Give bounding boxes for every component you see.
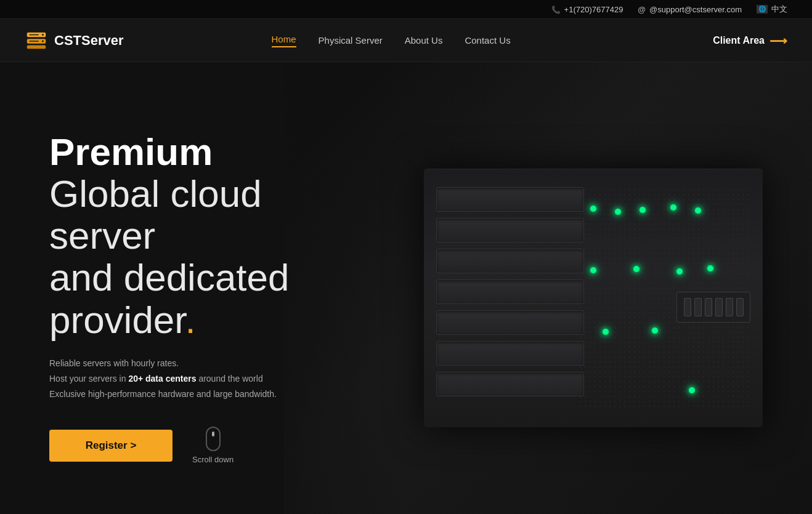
hero-section: Premium Global cloud server and dedicate… [0,62,812,514]
drive-bay-5 [436,310,584,335]
led-6 [590,267,596,273]
nav-item-home[interactable]: Home [272,34,296,47]
led-8 [676,268,683,275]
drive-bay-2 [436,218,584,243]
rack-visual [424,169,763,427]
email-contact[interactable]: @support@cstserver.com [638,5,742,14]
led-12 [689,387,695,393]
hero-content: Premium Global cloud server and dedicate… [0,94,345,502]
hero-title-sub: Global cloud server and dedicated provid… [49,172,290,341]
scroll-down[interactable]: Scroll down [192,427,233,464]
led-10 [603,329,609,335]
led-2 [615,209,621,215]
main-navigation: CSTServer Home Physical Server About Us … [0,19,812,62]
rack-body [424,169,763,427]
logo-icon [25,29,48,52]
led-1 [590,206,596,212]
led-11 [652,327,658,334]
nav-item-about[interactable]: About Us [405,35,443,46]
hero-desc-line3: Exclusive high-performance hardware and … [49,387,345,402]
hero-title-premium: Premium [49,131,213,173]
language-icon: 🌐 [757,5,768,14]
nav-links: Home Physical Server About Us Contact Us [272,34,511,47]
svg-point-5 [42,34,44,36]
drive-bay-4 [436,279,584,304]
drive-bay-6 [436,341,584,366]
scroll-dot [212,432,214,436]
scroll-indicator [206,427,221,451]
hero-title: Premium Global cloud server and dedicate… [49,131,345,341]
server-background [284,62,812,514]
drive-bay-3 [436,249,584,273]
drive-bay-7 [436,372,584,396]
client-area-label: Client Area [713,35,765,46]
logo-text: CSTServer [54,33,124,49]
phone-icon [551,5,561,14]
active-underline [272,46,296,47]
language-selector[interactable]: 🌐 中文 [757,4,787,15]
top-bar: +1(720)7677429 @support@cstserver.com 🌐 … [0,0,812,19]
register-button[interactable]: Register > [49,430,173,462]
nav-link-contact[interactable]: Contact Us [465,35,510,46]
led-9 [707,265,713,271]
led-7 [633,266,639,272]
nav-link-physical-server[interactable]: Physical Server [319,35,383,46]
scroll-label: Scroll down [192,455,233,464]
nav-item-physical-server[interactable]: Physical Server [319,35,383,46]
nav-link-about[interactable]: About Us [405,35,443,46]
nav-link-home[interactable]: Home [272,34,296,47]
logo[interactable]: CSTServer [25,29,124,52]
led-3 [639,207,646,213]
hero-actions: Register > Scroll down [49,427,345,464]
hero-description: Reliable servers with hourly rates. Host… [49,356,345,403]
client-area-button[interactable]: Client Area ⟶ [713,33,787,48]
phone-number: +1(720)7677429 [564,5,623,14]
email-address: @support@cstserver.com [649,5,742,14]
nav-item-contact[interactable]: Contact Us [465,35,510,46]
led-4 [670,204,676,211]
language-label: 中文 [771,4,787,15]
led-5 [695,207,701,214]
svg-point-7 [42,40,44,42]
client-area-arrow-icon: ⟶ [769,33,787,48]
email-icon [638,5,646,14]
phone-contact[interactable]: +1(720)7677429 [551,5,623,14]
drive-bay-1 [436,187,584,212]
server-slot [676,292,750,323]
hero-desc-line2: Host your servers in 20+ data centers ar… [49,371,345,387]
hero-desc-line1: Reliable servers with hourly rates. [49,356,345,371]
svg-rect-3 [27,45,46,49]
